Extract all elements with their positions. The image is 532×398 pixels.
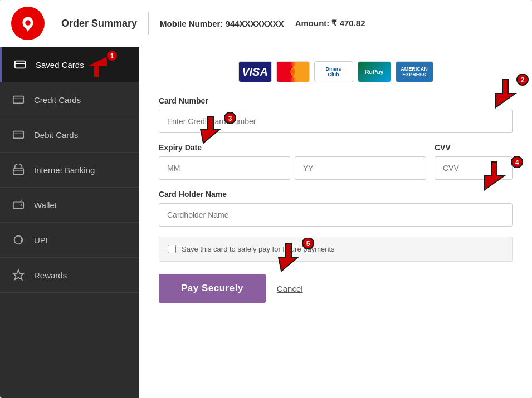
svg-point-4 xyxy=(106,50,118,61)
sidebar-item-wallet[interactable]: Wallet xyxy=(0,188,139,223)
expiry-cvv-group: Expiry Date CVV 3 xyxy=(159,143,513,180)
svg-marker-3 xyxy=(85,56,108,78)
holder-name-input[interactable] xyxy=(159,203,513,227)
rewards-label: Rewards xyxy=(34,271,67,280)
card-number-input[interactable] xyxy=(159,110,513,133)
pay-securely-button[interactable]: Pay Securely xyxy=(159,274,266,303)
card-holder-group: Card Holder Name 4 xyxy=(159,190,513,227)
credit-cards-label: Credit Cards xyxy=(34,95,81,105)
wallet-label: Wallet xyxy=(34,200,57,210)
upi-label: UPI xyxy=(34,235,48,245)
wallet-icon xyxy=(11,198,26,212)
internet-banking-label: Internet Banking xyxy=(34,165,95,175)
svg-marker-13 xyxy=(13,270,23,279)
cvv-label: CVV xyxy=(435,143,513,152)
credit-cards-icon xyxy=(11,92,26,107)
svg-text:2: 2 xyxy=(521,76,525,84)
header: Order Summary Mobile Number: 944XXXXXXXX… xyxy=(0,0,532,47)
debit-cards-icon xyxy=(11,127,26,142)
holder-name-label: Card Holder Name xyxy=(159,190,513,199)
body: Saved Cards 1 Credit Cards xyxy=(0,47,532,398)
svg-text:1: 1 xyxy=(110,52,114,60)
save-card-checkbox[interactable] xyxy=(168,245,176,253)
mastercard-logo xyxy=(276,61,310,82)
cvv-input[interactable] xyxy=(435,156,513,180)
svg-point-23 xyxy=(511,156,523,168)
card-logos: VISA DinersClub RuPay AMERICANEXPRESS xyxy=(159,61,513,82)
rewards-icon xyxy=(11,268,26,282)
save-card-label[interactable]: Save this card to safely pay for future … xyxy=(182,245,335,253)
diners-logo: DinersClub xyxy=(314,61,353,82)
expiry-group: Expiry Date xyxy=(159,143,426,180)
card-number-group: Card Number 2 xyxy=(159,96,513,133)
mobile-info: Mobile Number: 944XXXXXXXX xyxy=(160,19,284,28)
sidebar: Saved Cards 1 Credit Cards xyxy=(0,47,139,398)
saved-cards-icon xyxy=(13,57,27,72)
save-card-row: Save this card to safely pay for future … xyxy=(159,237,513,262)
cvv-group: CVV xyxy=(435,143,513,180)
debit-cards-label: Debit Cards xyxy=(34,130,78,140)
sidebar-item-upi[interactable]: UPI xyxy=(0,223,139,258)
upi-icon xyxy=(11,233,26,247)
expiry-label: Expiry Date xyxy=(159,143,426,152)
header-info: Mobile Number: 944XXXXXXXX Amount: ₹ 470… xyxy=(160,18,365,28)
amex-logo: AMERICANEXPRESS xyxy=(396,61,433,82)
svg-point-0 xyxy=(25,20,31,26)
amount-info: Amount: ₹ 470.82 xyxy=(295,18,365,28)
main-content: VISA DinersClub RuPay AMERICANEXPRESS Ca… xyxy=(139,47,532,398)
card-number-label: Card Number xyxy=(159,96,513,105)
svg-rect-8 xyxy=(13,131,23,139)
cancel-button[interactable]: Cancel xyxy=(277,284,303,293)
internet-banking-icon xyxy=(11,163,26,177)
saved-cards-label: Saved Cards xyxy=(36,60,84,70)
visa-logo: VISA xyxy=(238,61,272,82)
rupay-logo: RuPay xyxy=(358,61,391,82)
svg-rect-10 xyxy=(13,169,23,174)
sidebar-item-rewards[interactable]: Rewards xyxy=(0,258,139,293)
sidebar-item-saved-cards[interactable]: Saved Cards 1 xyxy=(0,47,139,82)
expiry-yy-input[interactable] xyxy=(295,156,426,180)
header-divider xyxy=(148,12,149,35)
svg-rect-1 xyxy=(15,61,25,68)
expiry-mm-input[interactable] xyxy=(159,156,290,180)
sidebar-item-internet-banking[interactable]: Internet Banking xyxy=(0,153,139,188)
order-summary-title: Order Summary xyxy=(61,18,137,30)
expiry-inputs xyxy=(159,156,426,180)
sidebar-item-credit-cards[interactable]: Credit Cards xyxy=(0,82,139,117)
svg-text:4: 4 xyxy=(515,159,519,166)
sidebar-item-debit-cards[interactable]: Debit Cards xyxy=(0,117,139,153)
svg-rect-6 xyxy=(13,96,23,104)
vodafone-logo xyxy=(11,7,45,40)
svg-point-17 xyxy=(517,74,528,85)
button-row: Pay Securely Cancel 5 xyxy=(159,274,513,303)
